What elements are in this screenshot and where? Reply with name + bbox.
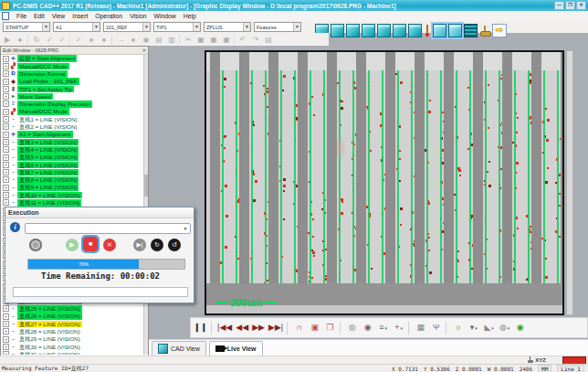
re-measure-button[interactable]: ↺ [168, 239, 181, 251]
expander-icon[interactable]: + [3, 70, 9, 77]
tree-item[interactable]: +◆Load Probe - 101_REF [2, 78, 143, 85]
tree-item[interactable]: +▞Manual/DCC Mode [2, 62, 143, 69]
paste-icon[interactable]: ▣ [208, 35, 219, 45]
expander-icon[interactable]: + [3, 132, 9, 138]
feature-combo[interactable]: Features▼ [254, 22, 301, 32]
tree-item[interactable]: +≡Dimension Display Precision [2, 101, 143, 108]
double-check-icon[interactable]: ✓ [57, 35, 68, 45]
menu-edit[interactable]: Edit [30, 13, 48, 19]
expander-icon[interactable]: + [3, 314, 9, 320]
joystick-icon[interactable] [479, 25, 490, 37]
command-mode-icon[interactable]: ▥ [166, 35, 177, 45]
execution-combo[interactable]: ▼ [25, 223, 191, 234]
menu-view[interactable]: View [48, 13, 69, 19]
machine-commands-button[interactable]: ◌ [29, 239, 42, 251]
tree-item[interactable]: +~直线3 = LINE (VISION) [2, 138, 143, 145]
coax-light-icon[interactable]: ◍▾ [498, 321, 511, 335]
expander-icon[interactable]: + [3, 101, 9, 107]
prev-step-icon[interactable]: ◀◀ [235, 321, 249, 335]
tree-item[interactable]: +~直线31 = LINE (VISION) [2, 351, 143, 355]
illumination-icon[interactable]: Ψ [429, 321, 443, 335]
expander-icon[interactable]: + [3, 116, 9, 122]
expander-icon[interactable]: + [3, 154, 9, 161]
axis-combo[interactable]: A1▼ [53, 22, 100, 32]
expander-icon[interactable]: + [3, 328, 9, 335]
expander-icon[interactable]: + [3, 123, 9, 130]
expander-icon[interactable]: + [3, 336, 9, 343]
cube-wireframe-view-icon[interactable] [448, 24, 462, 37]
play-icon[interactable]: ▶ [2, 35, 13, 45]
cube-top-view-icon[interactable] [362, 24, 375, 37]
record-icon[interactable]: ● [15, 35, 26, 45]
expander-icon[interactable]: + [3, 63, 9, 69]
expander-icon[interactable]: + [3, 305, 9, 312]
tree-item[interactable]: +~直线9 = LINE (VISION) [2, 184, 143, 191]
top-light-icon[interactable]: ☼ [451, 321, 465, 335]
expander-icon[interactable]: + [3, 162, 9, 168]
menu-help[interactable]: Help [180, 13, 200, 19]
expander-icon[interactable]: + [3, 79, 9, 85]
alignment-combo[interactable]: STARTUP▼ [3, 22, 50, 32]
minimize-button[interactable]: — [554, 1, 564, 10]
quick-start-arrow-icon[interactable]: ⇨ [492, 24, 507, 37]
tree-item[interactable]: +~直线8 = LINE (VISION) [2, 176, 143, 184]
loop-icon[interactable]: ↻ [27, 35, 42, 45]
menu-insert[interactable]: Insert [68, 13, 91, 19]
tree-item[interactable]: +~直线1 = LINE (VISION) [2, 115, 143, 122]
title-bar[interactable]: PC-DMIS CAD++ 2017 R1 (Release) - Machin… [0, 0, 588, 11]
menu-vision[interactable]: Vision [126, 13, 150, 19]
expander-icon[interactable]: + [3, 199, 9, 206]
clear-marked-icon[interactable]: ● [99, 35, 110, 45]
tree-item[interactable]: +~直线2 = LINE (VISION) [2, 123, 143, 131]
cancel-button[interactable]: ✕ [103, 239, 116, 251]
snapshot-icon[interactable]: ▣ [308, 321, 321, 335]
expander-icon[interactable]: + [3, 192, 9, 198]
pause-icon[interactable]: ❙❙ [193, 321, 208, 335]
ring-light-icon[interactable]: ▾▾ [467, 321, 480, 335]
expander-icon[interactable]: + [3, 185, 9, 191]
add-feature-icon[interactable]: +▾ [392, 321, 405, 335]
magnet-icon[interactable]: ∩ [292, 321, 306, 335]
goto-icon[interactable]: → [111, 35, 126, 45]
detach-window-icon[interactable]: ❐ [323, 321, 337, 335]
tree-scrollbar[interactable] [143, 55, 148, 355]
expander-icon[interactable]: + [3, 109, 9, 115]
check-edit-icon[interactable]: ✓ [69, 35, 84, 45]
workplane-combo[interactable]: ZPLUS▼ [204, 22, 251, 32]
tree-item[interactable]: +~直线4 = LINE (VISION) [2, 146, 143, 154]
expander-icon[interactable]: + [3, 169, 9, 175]
expander-icon[interactable]: + [3, 146, 9, 153]
menu-window[interactable]: Window [151, 13, 180, 19]
tree-item[interactable]: +▞Manual/DCC Mode [2, 108, 143, 115]
restore-button[interactable]: ❐ [565, 1, 575, 10]
erase-hits-button[interactable]: ↻ [151, 239, 163, 251]
point-icon[interactable]: ● [128, 35, 139, 45]
expander-icon[interactable]: + [3, 176, 9, 183]
expander-icon[interactable]: + [3, 321, 9, 327]
tab-live-view[interactable]: Live View [209, 341, 263, 356]
focus-target-icon[interactable]: ◎ [345, 321, 359, 335]
tree-item[interactable]: +~直线25 = LINE (VISION) [2, 305, 143, 313]
tree-item[interactable]: +✛起始 = Start Alignment [2, 55, 143, 62]
probe-file-combo[interactable]: 101_REF▼ [103, 22, 151, 32]
tab-cad-view[interactable]: CAD View [152, 341, 206, 356]
tree-item[interactable]: +~直线28 = LINE (VISION) [2, 328, 143, 335]
summary-mode-icon[interactable]: ▤ [153, 35, 164, 45]
tree-item[interactable]: +▮TIP1 = Set Active Tip [2, 85, 143, 92]
expander-icon[interactable]: + [3, 344, 9, 350]
cut-icon[interactable]: ✂ [179, 35, 194, 45]
execution-message-field[interactable] [13, 287, 188, 297]
paste-pattern-icon[interactable]: ▣ [221, 35, 232, 45]
cube-rotate-view-icon[interactable] [408, 24, 422, 37]
tree-item[interactable]: +𝐃Dimension Format [2, 70, 143, 78]
menu-operation[interactable]: Operation [91, 13, 126, 19]
stop-button[interactable]: ■ [83, 237, 98, 251]
print-icon[interactable]: ▤ [263, 35, 274, 45]
tip-combo[interactable]: TIP1▼ [153, 22, 201, 32]
redo-icon[interactable]: ↷ [250, 35, 261, 45]
edit-window-header[interactable]: Edit Window - 0628.PRG ✕ [1, 47, 148, 55]
focus-zoom-icon[interactable]: ◉ [361, 321, 374, 335]
tree-item[interactable]: +~直线26 = LINE (VISION) [2, 313, 143, 320]
cube-shaded-view-icon[interactable] [433, 24, 446, 37]
expander-icon[interactable]: + [3, 56, 9, 62]
